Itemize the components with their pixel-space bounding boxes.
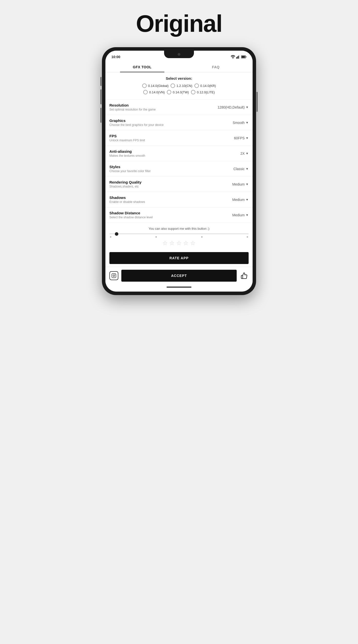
slider-track[interactable] xyxy=(109,234,249,234)
instagram-button[interactable] xyxy=(109,271,118,280)
setting-row-styles: Styles Choose your favorite color filter… xyxy=(105,161,253,176)
tab-faq[interactable]: FAQ xyxy=(179,62,253,72)
setting-row-graphics: Graphics Choose the best graphics for yo… xyxy=(105,115,253,130)
version-option-lite[interactable]: 0.12.0(LITE) xyxy=(191,90,215,94)
setting-desc-resolution: Set optimal resolution for the game xyxy=(109,108,218,111)
chevron-rendering-quality: ▼ xyxy=(246,182,249,186)
bottom-bar: ACCEPT xyxy=(105,266,253,284)
chevron-resolution: ▼ xyxy=(246,106,249,109)
version-label-lite: 0.12.0(LITE) xyxy=(197,90,215,94)
phone-shell: 10:00 xyxy=(102,47,256,295)
setting-info-resolution: Resolution Set optimal resolution for th… xyxy=(109,103,218,111)
home-bar xyxy=(167,286,191,288)
setting-info-rendering-quality: Rendering Quality Shadows,shaders, etc xyxy=(109,180,232,188)
radio-lite[interactable] xyxy=(191,90,195,94)
version-label-cn: 1.2.10(CN) xyxy=(177,84,192,88)
chevron-shadows: ▼ xyxy=(246,198,249,202)
star-4[interactable]: ☆ xyxy=(183,240,189,246)
camera xyxy=(178,53,180,56)
slider-dot-1 xyxy=(110,236,111,238)
app-content: Select version: 0.14.0(Global) 1.2.10(CN… xyxy=(105,72,253,292)
setting-label-shadow-distance: Shadow Distance xyxy=(109,211,232,215)
chevron-styles: ▼ xyxy=(246,167,249,170)
support-section: You can also support me with this button… xyxy=(105,223,253,252)
radio-global[interactable] xyxy=(142,84,147,88)
setting-label-fps: FPS xyxy=(109,134,234,138)
rendering-quality-value-text: Medium xyxy=(232,182,245,186)
version-option-global[interactable]: 0.14.0(Global) xyxy=(142,84,169,88)
setting-info-shadow-distance: Shadow Distance Select the shadow distan… xyxy=(109,211,232,219)
page-title: Original xyxy=(136,10,222,37)
support-text: You can also support me with this button… xyxy=(109,227,249,230)
phone-btn-power xyxy=(257,92,258,112)
setting-value-resolution[interactable]: 1280(HD,Default) ▼ xyxy=(218,105,249,109)
notch xyxy=(164,51,194,58)
setting-value-fps[interactable]: 60FPS ▼ xyxy=(234,136,249,140)
version-row-2: 0.14.0(VN) 0.14.0(TW) 0.12.0(LITE) xyxy=(108,90,250,94)
radio-tw[interactable] xyxy=(167,90,171,94)
setting-row-fps: FPS Unlock maximum FPS limit 60FPS ▼ xyxy=(105,130,253,146)
version-option-vn[interactable]: 0.14.0(VN) xyxy=(143,90,165,94)
setting-value-anti-aliasing[interactable]: 2X ▼ xyxy=(240,152,249,156)
setting-row-shadows: Shadows Enable or disable shadows Medium… xyxy=(105,192,253,208)
phone-btn-volume-up xyxy=(100,77,101,86)
star-5[interactable]: ☆ xyxy=(190,240,196,246)
thumbs-up-button[interactable] xyxy=(240,271,249,280)
svg-rect-3 xyxy=(238,56,239,58)
setting-label-graphics: Graphics xyxy=(109,118,233,123)
phone-btn-volume-down xyxy=(100,90,101,104)
version-option-kr[interactable]: 0.14.0(KR) xyxy=(194,84,216,88)
setting-value-shadow-distance[interactable]: Medium ▼ xyxy=(232,213,249,217)
setting-info-anti-aliasing: Anti-aliasing Makes the textures smooth xyxy=(109,149,240,158)
setting-value-graphics[interactable]: Smooth ▼ xyxy=(233,121,249,125)
version-label-tw: 0.14.0(TW) xyxy=(173,90,189,94)
setting-row-anti-aliasing: Anti-aliasing Makes the textures smooth … xyxy=(105,146,253,161)
accept-button[interactable]: ACCEPT xyxy=(121,270,237,282)
svg-point-0 xyxy=(233,58,233,58)
star-1[interactable]: ☆ xyxy=(162,240,168,246)
slider-dot-2 xyxy=(155,236,157,238)
version-option-tw[interactable]: 0.14.0(TW) xyxy=(167,90,189,94)
version-label-global: 0.14.0(Global) xyxy=(148,84,169,88)
setting-row-rendering-quality: Rendering Quality Shadows,shaders, etc M… xyxy=(105,176,253,192)
stars-row[interactable]: ☆ ☆ ☆ ☆ ☆ xyxy=(109,240,249,246)
svg-rect-2 xyxy=(237,56,238,58)
version-section: Select version: 0.14.0(Global) 1.2.10(CN… xyxy=(105,72,253,100)
setting-desc-anti-aliasing: Makes the textures smooth xyxy=(109,154,240,158)
chevron-graphics: ▼ xyxy=(246,121,249,124)
status-icons xyxy=(231,55,247,58)
svg-point-10 xyxy=(115,274,115,275)
radio-kr[interactable] xyxy=(194,84,199,88)
thumbs-up-icon xyxy=(241,272,248,279)
tab-gfx-tool[interactable]: GFX TOOL xyxy=(105,62,179,72)
tabs: GFX TOOL FAQ xyxy=(105,62,253,72)
radio-cn[interactable] xyxy=(171,84,175,88)
setting-info-graphics: Graphics Choose the best graphics for yo… xyxy=(109,118,233,127)
setting-value-styles[interactable]: Classic ▼ xyxy=(233,167,249,171)
version-title: Select version: xyxy=(108,76,250,80)
setting-info-shadows: Shadows Enable or disable shadows xyxy=(109,196,232,204)
radio-vn[interactable] xyxy=(143,90,148,94)
resolution-value-text: 1280(HD,Default) xyxy=(218,105,245,109)
slider-thumb[interactable] xyxy=(115,232,118,236)
svg-rect-4 xyxy=(239,55,240,58)
version-label-vn: 0.14.0(VN) xyxy=(149,90,165,94)
setting-label-rendering-quality: Rendering Quality xyxy=(109,180,232,184)
setting-info-fps: FPS Unlock maximum FPS limit xyxy=(109,134,234,142)
setting-value-rendering-quality[interactable]: Medium ▼ xyxy=(232,182,249,186)
star-3[interactable]: ☆ xyxy=(176,240,182,246)
styles-value-text: Classic xyxy=(233,167,245,171)
battery-icon xyxy=(241,56,247,58)
star-2[interactable]: ☆ xyxy=(169,240,175,246)
graphics-value-text: Smooth xyxy=(233,121,245,125)
setting-label-resolution: Resolution xyxy=(109,103,218,107)
anti-aliasing-value-text: 2X xyxy=(240,152,245,156)
setting-value-shadows[interactable]: Medium ▼ xyxy=(232,198,249,202)
chevron-anti-aliasing: ▼ xyxy=(246,152,249,155)
svg-rect-7 xyxy=(242,56,245,58)
rate-app-button[interactable]: RATE APP xyxy=(109,252,249,264)
slider-dot-4 xyxy=(247,236,248,238)
version-option-cn[interactable]: 1.2.10(CN) xyxy=(171,84,192,88)
version-label-kr: 0.14.0(KR) xyxy=(200,84,216,88)
setting-desc-shadow-distance: Select the shadow distance level xyxy=(109,216,232,219)
